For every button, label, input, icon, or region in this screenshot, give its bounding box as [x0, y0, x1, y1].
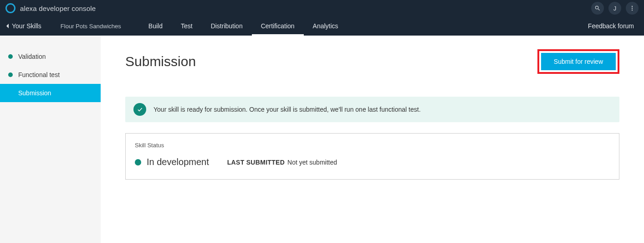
sidebar-item-functional-test[interactable]: Functional test [0, 66, 101, 84]
ready-alert: Your skill is ready for submission. Once… [125, 97, 619, 122]
search-icon [594, 5, 601, 11]
top-bar: alexa developer console J [0, 0, 644, 16]
status-value: In development [147, 157, 209, 167]
alexa-logo-icon [5, 3, 15, 13]
status-dot-icon [8, 54, 13, 59]
sidebar-item-validation[interactable]: Validation [0, 47, 101, 66]
skill-status-label: Skill Status [135, 142, 610, 149]
more-vert-icon [629, 5, 635, 11]
avatar-initial: J [613, 5, 617, 12]
last-submitted: LAST SUBMITTEDNot yet submitted [227, 159, 337, 166]
sidebar-item-label: Functional test [18, 71, 60, 78]
last-submitted-value: Not yet submitted [287, 159, 337, 166]
tab-build[interactable]: Build [139, 16, 172, 36]
tab-distribution[interactable]: Distribution [202, 16, 252, 36]
last-submitted-label: LAST SUBMITTED [227, 159, 285, 166]
svg-point-0 [632, 6, 633, 7]
tab-analytics[interactable]: Analytics [304, 16, 348, 36]
more-menu-button[interactable] [626, 2, 639, 15]
page-title: Submission [125, 54, 196, 69]
nav-bar: Your Skills Flour Pots Sandwiches BuildT… [0, 16, 644, 36]
chevron-left-icon [5, 23, 9, 29]
sidebar: ValidationFunctional testSubmission [0, 36, 101, 243]
sidebar-item-submission[interactable]: Submission [0, 84, 101, 102]
sidebar-item-label: Validation [18, 53, 46, 60]
avatar-button[interactable]: J [608, 2, 621, 15]
check-circle-icon [133, 103, 146, 116]
skill-status-card: Skill Status In development LAST SUBMITT… [125, 133, 619, 180]
alert-text: Your skill is ready for submission. Once… [153, 106, 421, 113]
submit-highlight-box: Submit for review [537, 49, 619, 74]
svg-point-1 [632, 8, 633, 9]
search-button[interactable] [591, 2, 604, 15]
submit-for-review-button[interactable]: Submit for review [541, 53, 616, 70]
feedback-forum-link[interactable]: Feedback forum [588, 22, 639, 30]
skill-name-link[interactable]: Flour Pots Sandwiches [61, 23, 121, 30]
tab-test[interactable]: Test [172, 16, 202, 36]
sidebar-item-label: Submission [18, 89, 51, 97]
status-dot-icon [8, 72, 13, 77]
tab-certification[interactable]: Certification [252, 16, 304, 36]
status-dot-icon [135, 159, 141, 165]
back-to-skills-link[interactable]: Your Skills [5, 22, 41, 30]
main-content: Submission Submit for review Your skill … [101, 36, 644, 243]
back-label: Your Skills [12, 22, 41, 30]
nav-tabs: BuildTestDistributionCertificationAnalyt… [139, 16, 348, 36]
svg-point-2 [632, 10, 633, 10]
app-title: alexa developer console [20, 5, 96, 12]
